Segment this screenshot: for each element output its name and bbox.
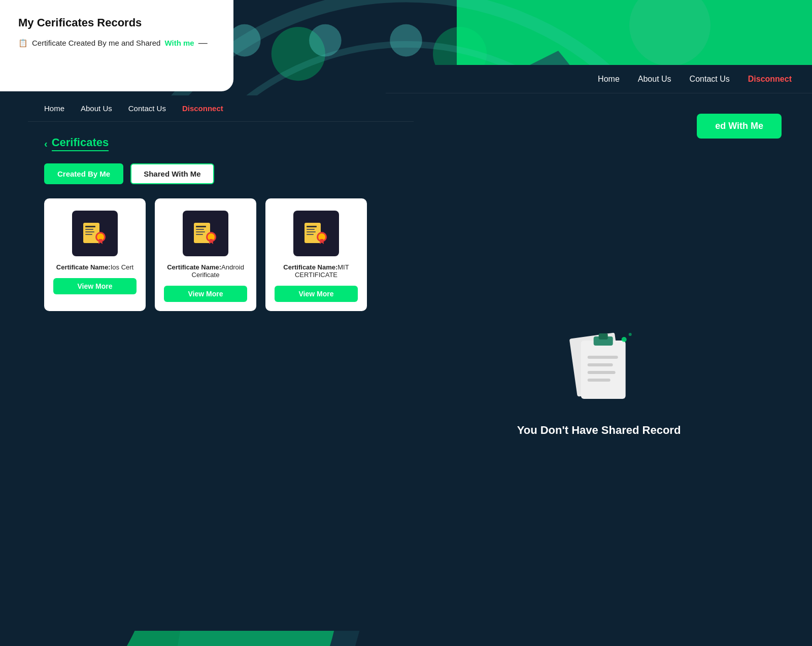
svg-rect-38 [588, 363, 613, 366]
cert-icon-wrap-1 [183, 211, 228, 256]
tab-shared-with-me[interactable]: Shared With Me [130, 163, 214, 184]
page-heading-card: My Cerificates Records 📋 Certificate Cre… [0, 0, 233, 91]
svg-point-14 [390, 24, 422, 57]
certificates-list: Certificate Name:Ios Cert View More [44, 198, 397, 311]
cert-card-1: Certificate Name:Android Cerificate View… [155, 198, 256, 311]
svg-rect-56 [196, 234, 203, 235]
main-nav-about[interactable]: About Us [81, 104, 112, 113]
main-content: ‹ Cerificates Created By Me Shared With … [28, 122, 414, 631]
svg-rect-55 [196, 231, 205, 232]
right-navbar: Home About Us Contact Us Disconnect [386, 65, 812, 93]
svg-rect-63 [307, 231, 316, 232]
right-panel: Home About Us Contact Us Disconnect ed W… [386, 65, 812, 646]
page-section-title: Cerificates [52, 136, 109, 151]
certificate-icon-2 [300, 218, 332, 249]
svg-rect-64 [307, 234, 314, 235]
certificate-icon-1 [190, 218, 221, 249]
right-nav-contact[interactable]: Contact Us [690, 75, 730, 84]
tab-created-by-me[interactable]: Created By Me [44, 163, 123, 184]
cert-card-2: Certificate Name:MIT CERTIFICATE View Mo… [265, 198, 367, 311]
tab-row: Created By Me Shared With Me [44, 163, 397, 184]
empty-state: You Don't Have Shared Record [517, 325, 681, 437]
svg-rect-47 [85, 231, 94, 232]
svg-point-13 [309, 24, 342, 57]
cert-card-0: Certificate Name:Ios Cert View More [44, 198, 146, 311]
main-nav-home[interactable]: Home [44, 104, 64, 113]
right-nav-home[interactable]: Home [598, 75, 620, 84]
view-more-btn-0[interactable]: View More [53, 278, 137, 294]
cert-icon-wrap-0 [72, 211, 118, 256]
right-nav-disconnect[interactable]: Disconnect [748, 75, 792, 84]
back-arrow-icon[interactable]: ‹ [44, 138, 48, 150]
main-nav-disconnect[interactable]: Disconnect [182, 104, 223, 113]
breadcrumb: ‹ Cerificates [44, 136, 397, 151]
subtitle-text: Certificate Created By me and Shared [32, 39, 160, 47]
subtitle-green: With me [164, 39, 194, 47]
certificate-icon-0 [79, 218, 111, 249]
page-title: My Cerificates Records [18, 16, 215, 29]
svg-rect-45 [85, 226, 95, 227]
right-content: ed With Me You Don't Have [386, 93, 812, 646]
svg-rect-36 [599, 333, 608, 339]
svg-rect-62 [307, 229, 315, 230]
svg-rect-48 [85, 234, 92, 235]
view-more-btn-2[interactable]: View More [275, 286, 358, 302]
main-nav-contact[interactable]: Contact Us [128, 104, 166, 113]
page-subtitle: 📋 Certificate Created By me and Shared W… [18, 38, 215, 48]
cert-name-0: Certificate Name:Ios Cert [56, 263, 133, 271]
svg-rect-46 [85, 229, 93, 230]
cert-icon-wrap-2 [293, 211, 339, 256]
cert-name-1: Certificate Name:Android Cerificate [164, 263, 247, 279]
empty-clipboard-icon [558, 325, 639, 412]
main-window: Home About Us Contact Us Disconnect ‹ Ce… [28, 95, 414, 631]
svg-rect-39 [588, 371, 616, 374]
svg-rect-40 [588, 379, 611, 382]
main-navbar: Home About Us Contact Us Disconnect [28, 95, 414, 122]
svg-point-42 [629, 333, 632, 336]
svg-rect-54 [196, 229, 204, 230]
svg-rect-61 [307, 226, 317, 227]
subtitle-dash: — [198, 38, 208, 48]
svg-point-41 [622, 337, 627, 342]
view-more-btn-1[interactable]: View More [164, 286, 247, 302]
svg-rect-34 [581, 341, 626, 399]
right-nav-about[interactable]: About Us [638, 75, 671, 84]
svg-rect-37 [588, 356, 618, 359]
svg-rect-53 [196, 226, 206, 227]
shared-with-me-pill[interactable]: ed With Me [697, 114, 782, 139]
subtitle-icon: 📋 [18, 39, 28, 48]
empty-state-text: You Don't Have Shared Record [517, 424, 681, 437]
cert-name-2: Certificate Name:MIT CERTIFICATE [275, 263, 358, 279]
